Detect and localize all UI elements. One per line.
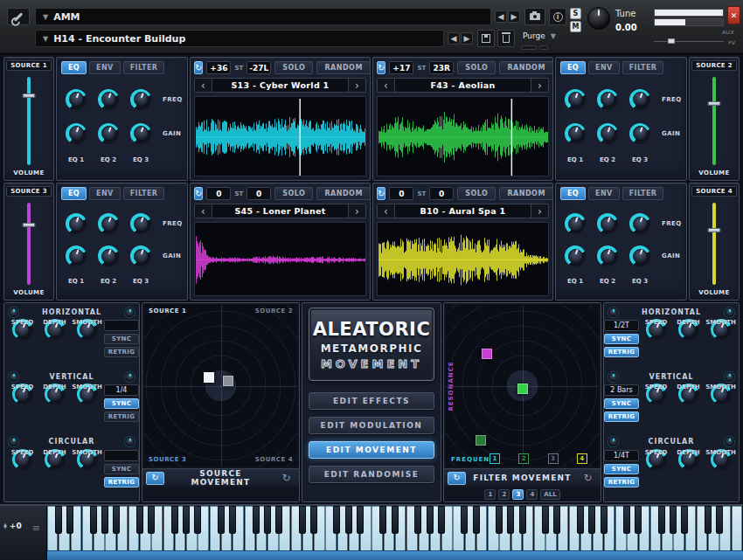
waveform-display[interactable]	[377, 96, 549, 176]
rate-display[interactable]	[104, 320, 139, 331]
rate-mini-knob[interactable]	[608, 372, 618, 382]
black-key[interactable]	[542, 506, 549, 534]
pan-value[interactable]: 0	[247, 187, 271, 200]
filter-1-tab[interactable]: 1	[490, 453, 500, 464]
eq-tab[interactable]: EQ	[560, 187, 586, 200]
eq1-gain-knob[interactable]	[565, 123, 586, 144]
filter-tab[interactable]: FILTER	[123, 187, 165, 200]
page-2-button[interactable]: 2	[498, 489, 510, 500]
keyboard-keys[interactable]	[47, 506, 743, 560]
pan-value[interactable]: -27L	[247, 61, 271, 74]
page-all-button[interactable]: ALL	[540, 489, 559, 500]
source-1-volume-slider[interactable]	[6, 75, 52, 167]
next-sample-button[interactable]: ›	[531, 79, 548, 92]
save-preset-button[interactable]	[477, 30, 495, 47]
black-key[interactable]	[601, 506, 608, 534]
keyboard-drag-handle[interactable]: ≡	[32, 522, 40, 534]
pv-label[interactable]: PV	[728, 39, 736, 45]
rate-mini-knob[interactable]	[608, 308, 618, 317]
black-key[interactable]	[183, 506, 190, 534]
pitch-value[interactable]: +17	[389, 61, 413, 74]
black-key[interactable]	[113, 506, 120, 534]
retrig-button[interactable]: RETRIG	[604, 477, 639, 487]
remove-instrument-button[interactable]: ✕	[727, 6, 740, 24]
eq3-gain-knob[interactable]	[130, 123, 151, 144]
sync-button[interactable]: SYNC	[104, 398, 139, 409]
env-tab[interactable]: ENV	[588, 61, 620, 74]
eq2-freq-knob[interactable]	[98, 89, 119, 110]
black-key[interactable]	[623, 506, 630, 534]
mute-toggle[interactable]: M	[570, 21, 581, 32]
movement-play-button[interactable]: ↻	[146, 472, 164, 485]
pan-slider-handle[interactable]	[668, 38, 675, 44]
octave-shift-control[interactable]: ▲▼ +0	[3, 522, 22, 530]
rate-mini-knob[interactable]	[608, 437, 618, 446]
black-key[interactable]	[194, 506, 201, 534]
eq2-freq-knob[interactable]	[98, 213, 119, 234]
next-sample-button[interactable]: ›	[531, 204, 548, 218]
sync-button[interactable]: SYNC	[604, 334, 639, 344]
prev-preset-button[interactable]: ◀	[448, 32, 460, 45]
rate-display[interactable]: 1/4	[104, 384, 139, 396]
eq3-gain-knob[interactable]	[130, 245, 151, 266]
eq1-freq-knob[interactable]	[66, 213, 87, 234]
black-key[interactable]	[681, 506, 688, 534]
waveform-display[interactable]	[194, 222, 366, 296]
amount-mini-knob[interactable]	[125, 437, 135, 446]
eq2-gain-knob[interactable]	[597, 245, 618, 266]
eq1-gain-knob[interactable]	[66, 245, 87, 266]
edit-movement-button[interactable]: EDIT MOVEMENT	[309, 441, 434, 459]
next-instrument-button[interactable]: ▶	[508, 10, 520, 23]
instrument-options-button[interactable]	[7, 8, 30, 25]
black-key[interactable]	[716, 506, 723, 534]
player-power-button[interactable]: ↻	[194, 61, 203, 74]
amount-mini-knob[interactable]	[725, 372, 734, 382]
retrig-button[interactable]: RETRIG	[104, 477, 139, 487]
prev-sample-button[interactable]: ‹	[195, 79, 212, 92]
black-key[interactable]	[275, 506, 282, 534]
eq1-gain-knob[interactable]	[66, 123, 87, 144]
black-key[interactable]	[658, 506, 665, 534]
solo-toggle[interactable]: S	[570, 8, 581, 19]
black-key[interactable]	[310, 506, 317, 534]
eq1-gain-knob[interactable]	[565, 245, 586, 266]
random-button[interactable]: RANDOM	[316, 187, 370, 200]
eq2-freq-knob[interactable]	[597, 213, 618, 234]
player-power-button[interactable]: ↻	[377, 61, 385, 74]
black-key[interactable]	[171, 506, 178, 534]
rate-display[interactable]	[104, 450, 139, 461]
preset-caret-icon[interactable]: ▼	[43, 35, 48, 43]
black-key[interactable]	[461, 506, 468, 534]
black-key[interactable]	[264, 506, 271, 534]
snapshot-view-button[interactable]	[524, 8, 545, 25]
filter-2-tab[interactable]: 2	[518, 453, 529, 464]
black-key[interactable]	[148, 506, 155, 534]
eq-tab[interactable]: EQ	[61, 61, 87, 74]
slider-handle[interactable]	[23, 93, 36, 98]
sample-name[interactable]: F43 - Aeolian	[395, 79, 531, 92]
solo-button[interactable]: SOLO	[457, 61, 496, 74]
pitch-value[interactable]: +36	[206, 61, 231, 74]
amount-mini-knob[interactable]	[125, 308, 135, 317]
sync-button[interactable]: SYNC	[104, 464, 139, 474]
random-button[interactable]: RANDOM	[499, 187, 552, 200]
next-preset-button[interactable]: ▶	[461, 32, 473, 45]
env-tab[interactable]: ENV	[588, 187, 620, 200]
prev-sample-button[interactable]: ‹	[378, 79, 395, 92]
pitch-value[interactable]: 0	[389, 187, 413, 200]
black-key[interactable]	[101, 506, 108, 534]
eq2-gain-knob[interactable]	[597, 123, 618, 144]
black-key[interactable]	[414, 506, 421, 534]
waveform-display[interactable]	[194, 96, 366, 176]
black-key[interactable]	[519, 506, 526, 534]
amount-mini-knob[interactable]	[725, 308, 734, 317]
tune-value[interactable]: 0.00	[615, 23, 637, 32]
black-key[interactable]	[473, 506, 480, 534]
pan-value[interactable]: 23R	[429, 61, 454, 74]
prev-sample-button[interactable]: ‹	[195, 204, 212, 218]
pad-marker[interactable]	[482, 349, 492, 359]
black-key[interactable]	[299, 506, 306, 534]
filter-movement-pad[interactable]: RESONANCE FREQUENCY 1 2 3 4	[446, 305, 599, 467]
prev-sample-button[interactable]: ‹	[378, 204, 395, 218]
collapse-caret-icon[interactable]: ▼	[43, 13, 48, 21]
